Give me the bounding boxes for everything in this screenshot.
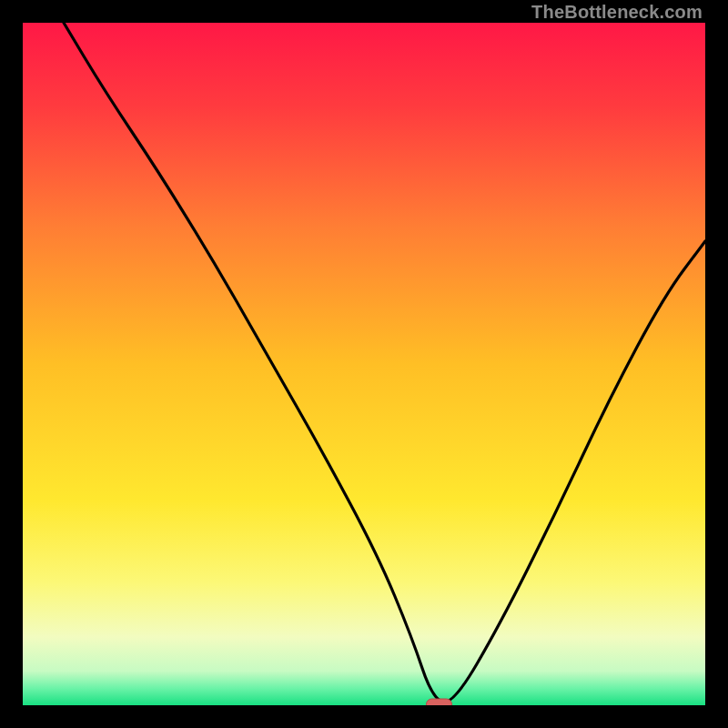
gradient-background <box>23 23 705 705</box>
optimal-marker <box>427 699 452 705</box>
watermark-text: TheBottleneck.com <box>531 2 703 23</box>
chart-frame: TheBottleneck.com <box>0 0 728 728</box>
plot-area <box>23 23 705 705</box>
chart-svg <box>23 23 705 705</box>
